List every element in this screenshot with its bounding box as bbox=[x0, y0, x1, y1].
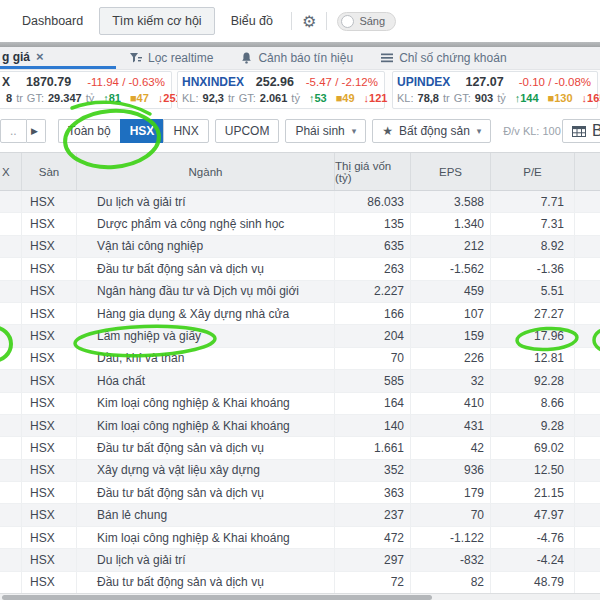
derivative-dropdown[interactable]: Phái sinh ▾ bbox=[285, 119, 366, 143]
cell-industry: Du lịch và giải trí bbox=[77, 549, 335, 570]
exchange-hnx-button[interactable]: HNX bbox=[163, 119, 208, 143]
cell-cut bbox=[0, 527, 22, 548]
cell-market-cap: 135 bbox=[335, 213, 411, 234]
table-row[interactable]: HSXVận tải công nghiệp6352128.92 bbox=[0, 236, 600, 258]
cell-eps: 70 bbox=[411, 504, 491, 525]
scrollbar-thumb[interactable] bbox=[2, 595, 432, 600]
kl-unit: tr bbox=[16, 92, 23, 104]
cell-exchange: HSX bbox=[22, 572, 77, 593]
board-view-button[interactable]: B bbox=[562, 119, 600, 143]
gt-unit: tỷ bbox=[86, 92, 95, 104]
unchanged-count: ■47 bbox=[130, 92, 149, 104]
decliners-count: ↓165 bbox=[582, 92, 600, 104]
cell-market-cap: 635 bbox=[335, 236, 411, 257]
collapsed-widget[interactable]: .. bbox=[0, 119, 27, 143]
cell-pe: 92.28 bbox=[491, 370, 575, 391]
cell-exchange: HSX bbox=[22, 437, 77, 458]
cell-industry: Vận tải công nghiệp bbox=[77, 236, 335, 257]
close-icon[interactable]: × bbox=[36, 49, 44, 64]
cell-market-cap: 352 bbox=[335, 460, 411, 481]
index-change: -11.94 / -0.63% bbox=[87, 76, 165, 88]
tab-realtime-filter[interactable]: Lọc realtime bbox=[116, 47, 227, 69]
table-row[interactable]: HSXĐầu tư bất động sản và dịch vụ728248.… bbox=[0, 572, 600, 594]
cell-industry: Kim loại công nghiệp & Khai khoáng bbox=[77, 415, 335, 436]
table-row[interactable]: HSXNgân hàng đầu tư và Dịch vụ môi giới2… bbox=[0, 281, 600, 303]
table-row[interactable]: HSXDược phẩm và công nghệ sinh học1351.3… bbox=[0, 213, 600, 235]
sector-dropdown[interactable]: ★ Bất động sản ▾ bbox=[372, 119, 491, 143]
ticker-card-vnindex[interactable]: X 1870.79 -11.94 / -0.63% 8tr GT:29.347t… bbox=[0, 71, 172, 109]
cell-pe: 12.81 bbox=[491, 348, 575, 369]
cell-eps: 82 bbox=[411, 572, 491, 593]
cell-empty bbox=[575, 572, 600, 593]
cell-market-cap: 297 bbox=[335, 549, 411, 570]
cell-exchange: HSX bbox=[22, 303, 77, 324]
nav-search-opportunities[interactable]: Tìm kiếm cơ hội bbox=[99, 7, 214, 35]
kl-label: KL: bbox=[182, 92, 199, 104]
expand-button[interactable]: ▶ bbox=[27, 119, 46, 143]
header-industry[interactable]: Ngành bbox=[77, 153, 335, 190]
table-row[interactable]: HSXHóa chất5853292.28 bbox=[0, 370, 600, 392]
gt-label: GT: bbox=[27, 92, 44, 104]
index-value: 127.07 bbox=[465, 75, 503, 89]
nav-chart[interactable]: Biểu đồ bbox=[223, 8, 281, 34]
index-value: 1870.79 bbox=[26, 75, 71, 89]
cell-eps: 431 bbox=[411, 415, 491, 436]
cell-eps: 936 bbox=[411, 460, 491, 481]
cell-eps: 1.340 bbox=[411, 213, 491, 234]
cell-cut bbox=[0, 460, 22, 481]
cell-exchange: HSX bbox=[22, 482, 77, 503]
tab-signal-alert[interactable]: Cảnh báo tín hiệu bbox=[227, 47, 367, 69]
tab-stock-index[interactable]: Chỉ số chứng khoán bbox=[367, 47, 520, 69]
table-row[interactable]: HSXHàng gia dụng & Xây dựng nhà cửa16610… bbox=[0, 303, 600, 325]
table-row[interactable]: HSXDu lịch và giải trí297-832-4.24 bbox=[0, 549, 600, 571]
header-col-cut[interactable]: X bbox=[0, 153, 22, 190]
filter-toolbar: .. ▶ Toàn bộ HSX HNX UPCOM Phái sinh ▾ ★… bbox=[0, 110, 600, 152]
gt-label: GT: bbox=[239, 92, 256, 104]
gt-unit: tỷ bbox=[497, 92, 506, 104]
exchange-upcom-button[interactable]: UPCOM bbox=[215, 119, 280, 143]
gear-icon[interactable]: ⚙ bbox=[302, 12, 316, 31]
cell-eps: 212 bbox=[411, 236, 491, 257]
header-market-cap[interactable]: Thị giá vốn (tỷ) bbox=[335, 153, 411, 190]
index-value: 252.96 bbox=[256, 75, 294, 89]
table-row[interactable]: HSXĐầu tư bất động sản và dịch vụ263-1.5… bbox=[0, 258, 600, 280]
ticker-card-upindex[interactable]: UPINDEX 127.07 -0.10 / -0.08% KL:78,8tr … bbox=[392, 71, 598, 109]
index-name: HNXINDEX bbox=[182, 75, 244, 89]
table-row[interactable]: HSXXây dựng và vật liệu xây dựng35293612… bbox=[0, 460, 600, 482]
table-row[interactable]: HSXKim loại công nghiệp & Khai khoáng140… bbox=[0, 415, 600, 437]
header-pe[interactable]: P/E bbox=[491, 153, 575, 190]
cell-cut bbox=[0, 281, 22, 302]
table-row[interactable]: HSXLâm nghiệp và giấy20415917.96 bbox=[0, 325, 600, 347]
cell-exchange: HSX bbox=[22, 258, 77, 279]
table-row[interactable]: HSXKim loại công nghiệp & Khai khoáng472… bbox=[0, 527, 600, 549]
cell-market-cap: 2.227 bbox=[335, 281, 411, 302]
cell-eps: 42 bbox=[411, 437, 491, 458]
ticker-card-hnxindex[interactable]: HNXINDEX 252.96 -5.47 / -2.12% KL:92,3tr… bbox=[177, 71, 385, 109]
tab-price-board[interactable]: g giá × bbox=[0, 47, 116, 69]
cell-market-cap: 70 bbox=[335, 348, 411, 369]
exchange-hsx-button[interactable]: HSX bbox=[120, 119, 164, 143]
header-eps[interactable]: EPS bbox=[411, 153, 491, 190]
index-name: X bbox=[2, 75, 10, 89]
cell-pe: 12.50 bbox=[491, 460, 575, 481]
header-exchange[interactable]: Sàn bbox=[22, 153, 77, 190]
exchange-all-button[interactable]: Toàn bộ bbox=[58, 119, 120, 143]
horizontal-scrollbar[interactable] bbox=[0, 593, 600, 600]
nav-dashboard[interactable]: Dashboard bbox=[14, 8, 91, 34]
table-body: HSXDu lịch và giải trí86.0333.5887.71HSX… bbox=[0, 191, 600, 594]
table-row[interactable]: HSXĐầu tư bất động sản và dịch vụ3631792… bbox=[0, 482, 600, 504]
kl-label: KL: bbox=[397, 92, 414, 104]
table-row[interactable]: HSXKim loại công nghiệp & Khai khoáng164… bbox=[0, 393, 600, 415]
cell-industry: Xây dựng và vật liệu xây dựng bbox=[77, 460, 335, 481]
theme-toggle[interactable]: Sáng bbox=[337, 12, 396, 31]
tab-label: Cảnh báo tín hiệu bbox=[258, 51, 353, 65]
table-row[interactable]: HSXBán lẻ chung2377047.97 bbox=[0, 504, 600, 526]
table-row[interactable]: HSXDu lịch và giải trí86.0333.5887.71 bbox=[0, 191, 600, 213]
table-row[interactable]: HSXDầu, khí và than7022612.81 bbox=[0, 348, 600, 370]
cell-industry: Kim loại công nghiệp & Khai khoáng bbox=[77, 393, 335, 414]
table-row[interactable]: HSXĐầu tư bất động sản và dịch vụ1.66142… bbox=[0, 437, 600, 459]
cell-market-cap: 1.661 bbox=[335, 437, 411, 458]
tab-bar: g giá × Lọc realtime Cảnh báo tín hiệu bbox=[0, 47, 600, 70]
cell-market-cap: 140 bbox=[335, 415, 411, 436]
gt-label: GT: bbox=[454, 92, 471, 104]
